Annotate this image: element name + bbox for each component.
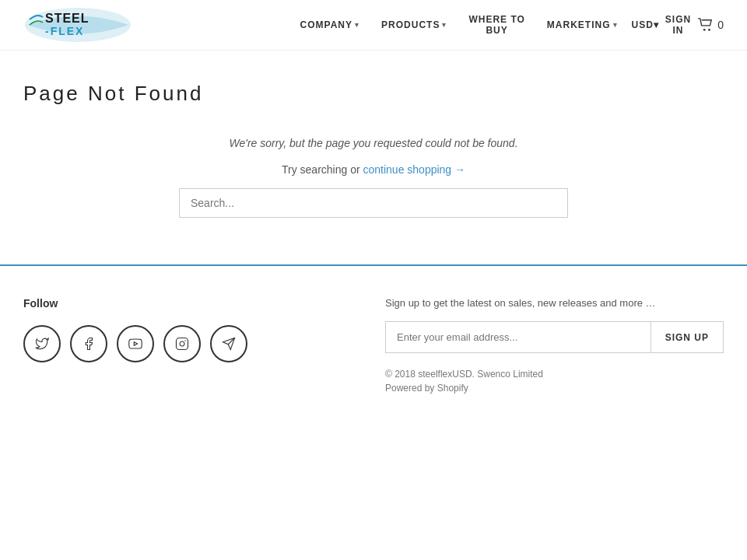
nav-sign-in[interactable]: SIGN IN xyxy=(665,14,691,37)
usd-chevron-icon: ▾ xyxy=(654,19,659,30)
marketing-chevron-icon: ▾ xyxy=(613,21,618,29)
newsletter-form: SIGN UP xyxy=(385,321,724,353)
error-content: We're sorry, but the page you requested … xyxy=(179,137,568,218)
svg-rect-6 xyxy=(177,338,188,350)
company-chevron-icon: ▾ xyxy=(355,21,359,29)
products-chevron-icon: ▾ xyxy=(442,21,447,29)
nav-where-to-buy[interactable]: WHERE TO BUY xyxy=(461,9,532,41)
svg-marker-5 xyxy=(134,342,137,346)
svg-point-3 xyxy=(703,29,706,31)
newsletter-text: Sign up to get the latest on sales, new … xyxy=(385,297,724,309)
svg-text:STEEL: STEEL xyxy=(45,12,89,25)
logo-svg: STEEL -FLEX xyxy=(23,5,132,44)
send-icon[interactable] xyxy=(210,325,247,362)
cart-count: 0 xyxy=(717,19,724,31)
site-header: STEEL -FLEX COMPANY ▾ PRODUCTS ▾ WHERE T… xyxy=(0,0,747,51)
cart-icon xyxy=(697,18,714,32)
site-footer: Follow xyxy=(0,266,747,417)
svg-text:-FLEX: -FLEX xyxy=(45,25,84,37)
nav-usd[interactable]: USD ▾ xyxy=(632,19,659,30)
footer-follow-section: Follow xyxy=(23,297,362,378)
facebook-icon[interactable] xyxy=(70,325,107,362)
nav-products[interactable]: PRODUCTS ▾ xyxy=(374,15,454,35)
youtube-icon[interactable] xyxy=(117,325,154,362)
search-input[interactable] xyxy=(179,188,568,218)
instagram-icon[interactable] xyxy=(163,325,201,362)
svg-point-4 xyxy=(708,29,710,31)
try-searching-text: Try searching or continue shopping → xyxy=(179,163,568,176)
copyright-text: © 2018 steelflexUSD. Swenco Limited xyxy=(385,369,724,380)
main-nav: COMPANY ▾ PRODUCTS ▾ WHERE TO BUY MARKET… xyxy=(293,9,724,41)
social-icons-list xyxy=(23,325,362,362)
main-content: Page Not Found We're sorry, but the page… xyxy=(0,51,747,264)
sign-up-button[interactable]: SIGN UP xyxy=(651,321,724,353)
powered-by-text: Powered by Shopify xyxy=(385,383,724,394)
logo[interactable]: STEEL -FLEX xyxy=(23,5,132,44)
continue-shopping-link[interactable]: continue shopping → xyxy=(363,163,465,176)
footer-newsletter-section: Sign up to get the latest on sales, new … xyxy=(385,297,724,394)
email-input[interactable] xyxy=(385,321,651,353)
cart-button[interactable]: 0 xyxy=(697,18,724,32)
error-message: We're sorry, but the page you requested … xyxy=(179,137,568,149)
nav-marketing[interactable]: MARKETING ▾ xyxy=(539,15,626,35)
page-title: Page Not Found xyxy=(23,82,724,106)
nav-company[interactable]: COMPANY ▾ xyxy=(293,15,367,35)
twitter-icon[interactable] xyxy=(23,325,61,362)
follow-title: Follow xyxy=(23,297,362,310)
